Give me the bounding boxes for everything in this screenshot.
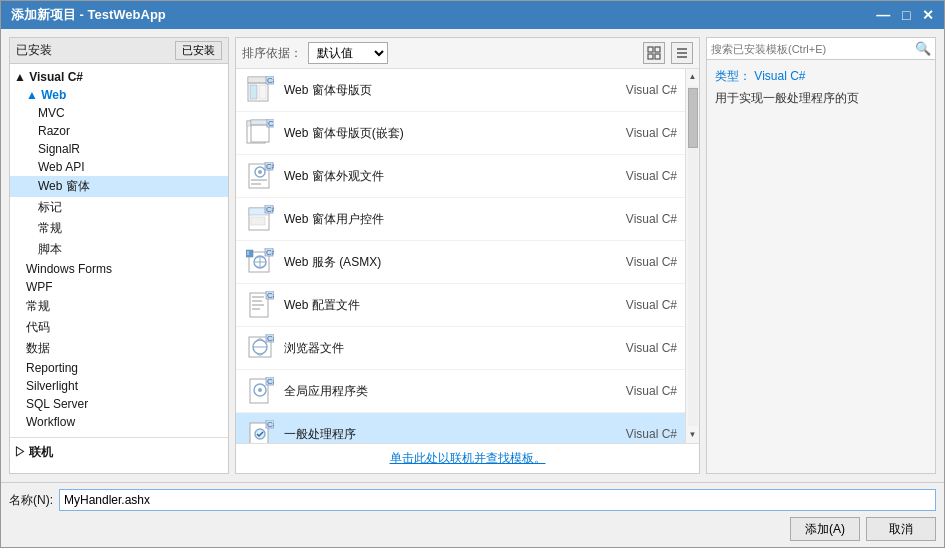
left-panel-header: 已安装 已安装 — [10, 38, 228, 64]
middle-toolbar: 排序依据： 默认值 名称 类型 修改日期 — [236, 38, 699, 69]
tree-item-wpf[interactable]: WPF — [10, 278, 228, 296]
template-lang-generic-handler: Visual C# — [597, 427, 677, 441]
svg-rect-44 — [252, 300, 262, 302]
template-lang-browser-file: Visual C# — [597, 341, 677, 355]
tree-item-razor[interactable]: Razor — [10, 122, 228, 140]
sql-server-label: SQL Server — [26, 397, 88, 411]
template-item-web-service[interactable]: C# Web 服务 (ASMX) Visual C# — [236, 241, 685, 284]
list-icon — [675, 46, 689, 60]
tree-item-data[interactable]: 数据 — [10, 338, 228, 359]
template-icon-web-form-master: C# — [244, 74, 276, 106]
normal-label: 常规 — [38, 221, 62, 235]
tree-item-reporting[interactable]: Reporting — [10, 359, 228, 377]
template-icon-web-user-control: C# — [244, 203, 276, 235]
template-item-browser-file[interactable]: C# 浏览器文件 Visual C# — [236, 327, 685, 370]
normal2-label: 常规 — [26, 299, 50, 313]
svg-rect-45 — [252, 304, 264, 306]
windows-forms-label: Windows Forms — [26, 262, 112, 276]
installed-button[interactable]: 已安装 — [175, 41, 222, 60]
template-icon-web-skin: C# — [244, 160, 276, 192]
right-panel: 🔍 类型： Visual C# 用于实现一般处理程序的页 — [706, 37, 936, 474]
right-info-type: 类型： Visual C# — [715, 68, 927, 85]
name-input[interactable] — [59, 489, 936, 511]
dialog-body: 已安装 已安装 ▲ Visual C# ▲ Web MVC Razor — [1, 29, 944, 482]
minimize-button[interactable]: — — [876, 7, 890, 23]
dialog-title-bar: 添加新项目 - TestWebApp — □ ✕ — [1, 1, 944, 29]
template-item-web-skin[interactable]: C# Web 窗体外观文件 Visual C# — [236, 155, 685, 198]
svg-text:C#: C# — [267, 334, 274, 343]
close-button[interactable]: ✕ — [922, 7, 934, 23]
tree-item-signalr[interactable]: SignalR — [10, 140, 228, 158]
template-item-web-config[interactable]: C# Web 配置文件 Visual C# — [236, 284, 685, 327]
template-item-global-app[interactable]: C# 全局应用程序类 Visual C# — [236, 370, 685, 413]
svg-rect-24 — [251, 179, 267, 181]
svg-text:C#: C# — [267, 420, 274, 429]
template-scrollbar[interactable]: ▲ ▼ — [685, 69, 699, 443]
svg-rect-3 — [655, 54, 660, 59]
right-search-bar: 🔍 — [707, 38, 935, 60]
template-item-web-form-master[interactable]: C# Web 窗体母版页 Visual C# — [236, 69, 685, 112]
view-grid-button[interactable] — [643, 42, 665, 64]
script-label: 脚本 — [38, 242, 62, 256]
cancel-button[interactable]: 取消 — [866, 517, 936, 541]
template-item-web-form-master-nested[interactable]: C# Web 窗体母版页(嵌套) Visual C# — [236, 112, 685, 155]
silverlight-label: Silverlight — [26, 379, 78, 393]
right-info-desc: 用于实现一般处理程序的页 — [715, 89, 927, 107]
scroll-down-button[interactable]: ▼ — [689, 428, 697, 442]
template-item-generic-handler[interactable]: C# 一般处理程序 Visual C# — [236, 413, 685, 443]
svg-text:C#: C# — [266, 248, 274, 257]
svg-text:C#: C# — [267, 377, 274, 386]
template-name-global-app: 全局应用程序类 — [284, 383, 597, 400]
online-template-link[interactable]: 单击此处以联机并查找模板。 — [390, 451, 546, 465]
template-lang-web-form-master: Visual C# — [597, 83, 677, 97]
tree-item-online[interactable]: ▷ 联机 — [10, 442, 228, 463]
tree-item-code[interactable]: 代码 — [10, 317, 228, 338]
svg-point-56 — [258, 388, 262, 392]
template-name-web-skin: Web 窗体外观文件 — [284, 168, 597, 185]
template-lang-web-config: Visual C# — [597, 298, 677, 312]
svg-rect-17 — [251, 120, 269, 125]
tree-item-visual-cs[interactable]: ▲ Visual C# — [10, 68, 228, 86]
tree-item-web[interactable]: ▲ Web — [10, 86, 228, 104]
left-panel: 已安装 已安装 ▲ Visual C# ▲ Web MVC Razor — [9, 37, 229, 474]
svg-text:C#: C# — [266, 162, 274, 171]
search-input[interactable] — [711, 43, 915, 55]
tree-item-silverlight[interactable]: Silverlight — [10, 377, 228, 395]
web-window-label: Web 窗体 — [38, 179, 90, 193]
svg-rect-2 — [648, 54, 653, 59]
tree-item-sql-server[interactable]: SQL Server — [10, 395, 228, 413]
template-name-web-service: Web 服务 (ASMX) — [284, 254, 597, 271]
tree-item-normal2[interactable]: 常规 — [10, 296, 228, 317]
svg-rect-30 — [251, 217, 265, 225]
view-list-button[interactable] — [671, 42, 693, 64]
tree-item-web-api[interactable]: Web API — [10, 158, 228, 176]
scroll-thumb[interactable] — [688, 88, 698, 148]
tree-item-tag[interactable]: 标记 — [10, 197, 228, 218]
template-item-web-user-control[interactable]: C# Web 窗体用户控件 Visual C# — [236, 198, 685, 241]
dialog-title-text: 添加新项目 - TestWebApp — [11, 6, 166, 24]
add-button[interactable]: 添加(A) — [790, 517, 860, 541]
svg-rect-46 — [252, 308, 260, 310]
tree-item-windows-forms[interactable]: Windows Forms — [10, 260, 228, 278]
tree-item-script[interactable]: 脚本 — [10, 239, 228, 260]
mvc-label: MVC — [38, 106, 65, 120]
svg-rect-11 — [259, 85, 266, 99]
scroll-up-button[interactable]: ▲ — [689, 70, 697, 84]
maximize-button[interactable]: □ — [902, 7, 910, 23]
template-name-web-config: Web 配置文件 — [284, 297, 597, 314]
code-label: 代码 — [26, 320, 50, 334]
signalr-label: SignalR — [38, 142, 80, 156]
template-lang-web-user-control: Visual C# — [597, 212, 677, 226]
template-icon-generic-handler: C# — [244, 418, 276, 443]
scroll-track[interactable] — [688, 86, 698, 426]
svg-rect-8 — [248, 77, 268, 83]
template-lang-global-app: Visual C# — [597, 384, 677, 398]
sort-select[interactable]: 默认值 名称 类型 修改日期 — [308, 42, 388, 64]
tree-item-mvc[interactable]: MVC — [10, 104, 228, 122]
svg-rect-0 — [648, 47, 653, 52]
tree-item-workflow[interactable]: Workflow — [10, 413, 228, 431]
name-row: 名称(N): — [9, 489, 936, 511]
tree-item-normal[interactable]: 常规 — [10, 218, 228, 239]
tree-item-web-window[interactable]: Web 窗体 — [10, 176, 228, 197]
search-icon[interactable]: 🔍 — [915, 41, 931, 56]
